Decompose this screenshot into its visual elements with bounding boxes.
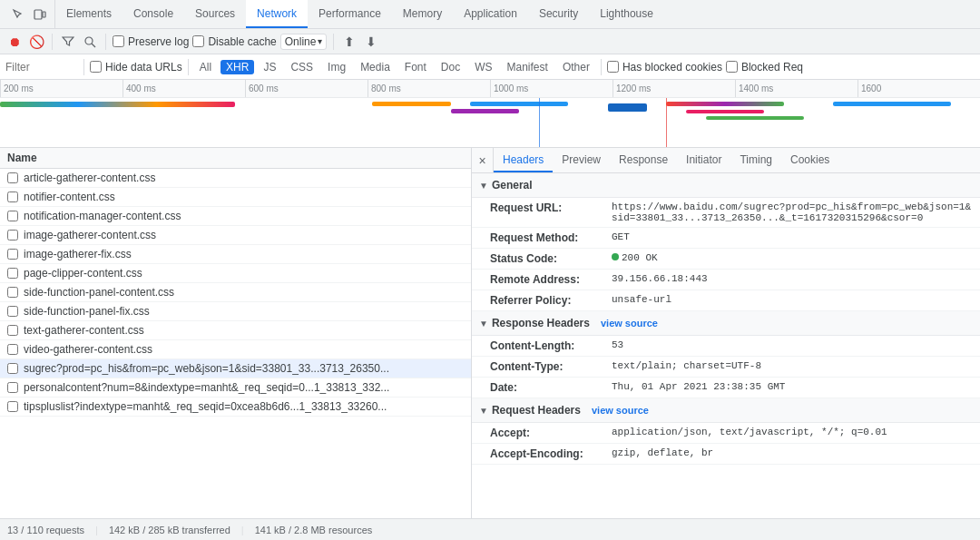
- filter-css[interactable]: CSS: [285, 60, 318, 74]
- timeline-bar-8: [706, 116, 804, 120]
- filter-input[interactable]: [5, 61, 78, 74]
- detail-panel: × Headers Preview Response Initiator Tim…: [472, 148, 980, 540]
- network-timeline[interactable]: 200 ms 400 ms 600 ms 800 ms 1000 ms 1200…: [0, 80, 980, 148]
- item-checkbox[interactable]: [7, 211, 18, 221]
- blocked-req-checkbox[interactable]: [726, 61, 738, 73]
- list-item[interactable]: text-gatherer-content.css: [0, 321, 471, 340]
- item-checkbox[interactable]: [7, 306, 18, 317]
- file-name: notifier-content.css: [24, 191, 464, 203]
- accept-encoding-val: gzip, deflate, br: [612, 447, 713, 460]
- tab-security[interactable]: Security: [528, 0, 589, 28]
- preserve-log-label[interactable]: Preserve log: [113, 35, 189, 48]
- item-checkbox[interactable]: [7, 287, 18, 298]
- list-item[interactable]: notification-manager-content.css: [0, 207, 471, 226]
- triangle-icon: ▼: [479, 181, 488, 191]
- content-type-row: Content-Type: text/plain; charset=UTF-8: [472, 357, 980, 378]
- filter-icon-button[interactable]: [59, 33, 77, 51]
- list-item[interactable]: tipspluslist?indextype=manht&_req_seqid=…: [0, 398, 471, 417]
- item-checkbox[interactable]: [7, 249, 18, 260]
- filter-xhr[interactable]: XHR: [220, 60, 254, 74]
- request-url-key: Request URL:: [490, 201, 608, 223]
- file-name: image-gatherer-content.css: [24, 229, 464, 241]
- toolbar-separator-2: [105, 34, 106, 50]
- device-toolbar-icon[interactable]: [31, 5, 49, 24]
- list-item[interactable]: notifier-content.css: [0, 188, 471, 207]
- detail-tab-preview[interactable]: Preview: [553, 148, 610, 172]
- search-icon-button[interactable]: [81, 33, 99, 51]
- filter-other[interactable]: Other: [557, 60, 595, 74]
- throttling-select[interactable]: Online ▾: [280, 34, 328, 50]
- tab-memory[interactable]: Memory: [392, 0, 453, 28]
- inspect-icon[interactable]: [9, 5, 27, 24]
- hide-data-urls-checkbox[interactable]: [90, 61, 102, 73]
- file-name: image-gatherer-fix.css: [24, 248, 464, 260]
- hide-data-urls-label[interactable]: Hide data URLs: [90, 61, 182, 74]
- list-item[interactable]: side-function-panel-content.css: [0, 283, 471, 302]
- item-checkbox[interactable]: [7, 191, 18, 202]
- has-blocked-cookies-checkbox[interactable]: [607, 61, 619, 73]
- export-button[interactable]: ⬇: [362, 33, 380, 51]
- close-detail-button[interactable]: ×: [472, 148, 494, 173]
- item-checkbox[interactable]: [7, 325, 18, 336]
- item-checkbox[interactable]: [7, 172, 18, 183]
- request-headers-section-header[interactable]: ▼ Request Headers view source: [472, 398, 980, 423]
- tab-performance[interactable]: Performance: [308, 0, 392, 28]
- filter-js[interactable]: JS: [258, 60, 281, 74]
- tab-lighthouse[interactable]: Lighthouse: [589, 0, 664, 28]
- list-item[interactable]: sugrec?prod=pc_his&from=pc_web&json=1&si…: [0, 359, 471, 378]
- tab-sources[interactable]: Sources: [184, 0, 246, 28]
- timeline-bar-7: [686, 110, 764, 113]
- detail-tab-response[interactable]: Response: [610, 148, 677, 172]
- list-item[interactable]: article-gatherer-content.css: [0, 169, 471, 188]
- list-item[interactable]: image-gatherer-content.css: [0, 226, 471, 245]
- item-checkbox[interactable]: [7, 382, 18, 393]
- timeline-marker-blue: [539, 98, 540, 148]
- filter-bar: Hide data URLs All XHR JS CSS Img Media …: [0, 54, 980, 80]
- list-item[interactable]: video-gatherer-content.css: [0, 340, 471, 359]
- request-method-row: Request Method: GET: [472, 228, 980, 249]
- timeline-bar-3: [451, 109, 520, 113]
- view-source-request[interactable]: view source: [592, 405, 649, 416]
- view-source-response[interactable]: view source: [601, 318, 658, 329]
- date-row: Date: Thu, 01 Apr 2021 23:38:35 GMT: [472, 378, 980, 398]
- item-checkbox[interactable]: [7, 401, 18, 412]
- has-blocked-cookies-label[interactable]: Has blocked cookies: [607, 61, 722, 74]
- content-length-key: Content-Length:: [490, 339, 608, 352]
- record-button[interactable]: ⏺: [5, 33, 24, 51]
- item-checkbox[interactable]: [7, 230, 18, 241]
- detail-tab-initiator[interactable]: Initiator: [677, 148, 730, 172]
- list-item[interactable]: side-function-panel-fix.css: [0, 302, 471, 321]
- item-checkbox[interactable]: [7, 363, 18, 374]
- filter-manifest[interactable]: Manifest: [502, 60, 554, 74]
- status-code-row: Status Code: 200 OK: [472, 249, 980, 270]
- filter-media[interactable]: Media: [355, 60, 396, 74]
- main-area: Name article-gatherer-content.css notifi…: [0, 148, 980, 540]
- filter-doc[interactable]: Doc: [436, 60, 466, 74]
- filter-img[interactable]: Img: [322, 60, 351, 74]
- detail-tab-timing[interactable]: Timing: [730, 148, 781, 172]
- response-headers-section-header[interactable]: ▼ Response Headers view source: [472, 311, 980, 336]
- general-section-header[interactable]: ▼ General: [472, 173, 980, 198]
- item-checkbox[interactable]: [7, 344, 18, 355]
- list-item[interactable]: page-clipper-content.css: [0, 264, 471, 283]
- disable-cache-label[interactable]: Disable cache: [192, 35, 276, 48]
- detail-tab-cookies[interactable]: Cookies: [781, 148, 838, 172]
- filter-font[interactable]: Font: [399, 60, 432, 74]
- import-button[interactable]: ⬆: [340, 33, 358, 51]
- accept-encoding-row: Accept-Encoding: gzip, deflate, br: [472, 444, 980, 465]
- tab-elements[interactable]: Elements: [55, 0, 122, 28]
- detail-tab-headers[interactable]: Headers: [494, 148, 553, 172]
- blocked-req-label[interactable]: Blocked Req: [726, 61, 803, 74]
- clear-button[interactable]: 🚫: [27, 33, 45, 51]
- list-item[interactable]: personalcontent?num=8&indextype=manht&_r…: [0, 378, 471, 398]
- filter-all[interactable]: All: [194, 60, 217, 74]
- disable-cache-checkbox[interactable]: [192, 35, 204, 47]
- item-checkbox[interactable]: [7, 268, 18, 279]
- tab-network[interactable]: Network: [246, 0, 308, 28]
- list-item[interactable]: image-gatherer-fix.css: [0, 245, 471, 264]
- filter-ws[interactable]: WS: [469, 60, 497, 74]
- tab-application[interactable]: Application: [453, 0, 528, 28]
- tick-800: 800 ms: [368, 80, 490, 97]
- preserve-log-checkbox[interactable]: [113, 35, 124, 47]
- tab-console[interactable]: Console: [122, 0, 184, 28]
